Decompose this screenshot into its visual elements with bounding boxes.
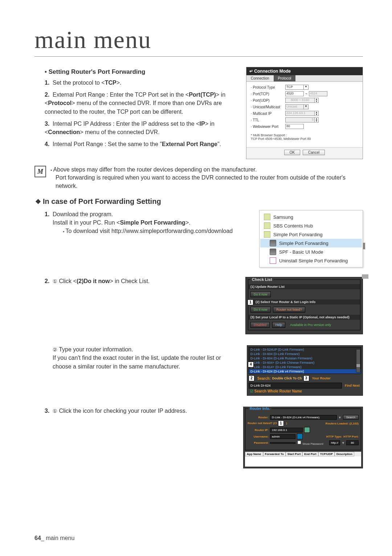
port-tcp-input2: 4524 [309,91,327,96]
cl-pro-note: Available in Pro version only [290,323,331,327]
table-header: App Name [245,452,263,456]
check-ip-icon[interactable] [304,427,310,433]
note-text: Above steps may differ from the router d… [50,166,363,190]
cancel-button[interactable]: Cancel [303,150,325,155]
router-ip-input[interactable]: 192.168.0.1 [270,428,303,432]
double-click-hint: Double Click To Ch [272,376,302,380]
label-ttl: TTL [251,118,285,122]
note-icon: M [34,166,46,177]
cl-do-it-now-2[interactable]: Do it now [250,307,271,313]
checkbox-icon[interactable]: ☑ [250,389,253,393]
user-icon[interactable] [297,434,303,439]
page-title: main menu [34,25,363,57]
router-not-listed-link[interactable]: Router not listed? (Cl [248,422,277,425]
section1-item: 1.Set the protocol to <TCP>. [45,78,239,87]
search-button[interactable]: Search [343,415,359,420]
http-port-label: HTTP Port: [343,435,359,438]
router-search-input[interactable]: D-Link DI-624 [249,383,342,388]
start-menu-item-label: Simple Port Forwarding [279,241,328,246]
section1-heading: Setting Router's Port Forwarding [45,68,239,76]
titlebar-fragment [362,274,368,279]
router-list-item[interactable]: D-Link - DI-604 (D-Link Firmware) [249,352,361,356]
start-menu-item-label: Uninstall Simple Port Forwarding [279,258,348,263]
cl-router-not-listed[interactable]: Router not listed? [273,307,305,313]
marker-4: 4 [248,362,254,367]
router-list-item[interactable]: D-Link - DI-614+ (D-Link Firmware) [249,365,361,369]
check-list-title: Check List [250,277,274,282]
section2-heading: In case of Port Forwarding Setting [35,197,363,206]
dropdown-icon[interactable]: ▼ [304,85,309,90]
router-info-title: Router Info. [248,407,271,411]
ok-button[interactable]: OK [284,150,300,155]
router-ip-label: Router IP: [248,428,269,432]
start-menu-item-label: Simple Port Forwarding [273,232,323,237]
cl-step1-title: (1) Update Router List [248,284,360,289]
cl-disabled[interactable]: Disabled [250,322,270,328]
connection-mode-title: Connection Mode [254,69,291,74]
tab-connection[interactable]: Connection [246,75,274,81]
check-list-panel: Check List (1) Update Router List Do it … [245,277,363,334]
ttl-input: 5 [285,117,315,122]
spinner-icon: ▲▼ [315,117,319,122]
marker-3: 3 [303,375,309,381]
router-list[interactable]: D-Link - DI-524UP (D-Link Firmware)D-Lin… [249,347,361,374]
router-label: Router: [248,416,269,419]
step3: 3.① Click the icon for checking your rou… [45,407,236,415]
http-port-input[interactable]: 80 [346,440,359,445]
start-menu-item[interactable]: SBS Contents Hub [260,221,362,230]
scrollbar[interactable] [356,349,360,372]
port-tcp-input[interactable]: 4520 [285,91,304,96]
label-port-tcp: Port(TCP) [251,92,285,96]
start-menu-item[interactable]: SPF - Basic UI Mode [260,247,362,256]
connection-mode-panel: ↵ Connection Mode Connection Protocol Pr… [246,67,363,159]
cl-step3-title: (3) Set your Local IP to a Static IP (Op… [248,315,360,320]
start-menu-item[interactable]: Samsung [260,213,362,221]
show-password-checkbox[interactable] [298,441,301,444]
label-protocol-type: Protocol Type [251,85,285,89]
start-menu: SamsungSBS Contents HubSimple Port Forwa… [259,210,363,267]
multicast-ip-input: 224.126.63.1 [285,111,315,116]
your-router-label: Your Router [312,376,331,380]
protocol-type-select[interactable]: TCP [285,85,304,90]
marker-1: 1 [248,299,253,305]
start-menu-item[interactable]: Simple Port Forwarding [260,230,362,239]
back-icon[interactable]: ↵ [249,69,253,74]
cl-help[interactable]: Help [272,322,286,328]
label-webviewer: Webviewer Port [251,125,285,129]
search-whole-label: Search Whole Router Name [254,389,302,393]
start-menu-item-label: SPF - Basic UI Mode [279,249,323,255]
marker-2: 2 [249,375,254,381]
tab-protocol[interactable]: Protocol [274,75,296,81]
start-menu-item[interactable]: Uninstall Simple Port Forwarding [260,256,362,265]
forwarding-table: App NameForwarded ToStart PortEnd PortTC… [245,452,361,467]
cl-do-it-now-1[interactable]: Do it now [250,291,271,297]
router-list-item[interactable]: D-Link - DI-604 (D-Link Russian Firmware… [249,356,361,360]
router-list-item[interactable]: D-Link - DI-524UP (D-Link Firmware) [249,347,361,352]
router-select[interactable]: D-Link - DI-624 (D-Link v4 Firmware) [270,415,337,420]
multi-browser-note: * Multi Browser Support : TCP Port 4505~… [246,132,363,147]
search-label: Search: [257,376,271,380]
password-input[interactable] [270,442,295,444]
http-type-select[interactable]: http:// [329,440,340,445]
table-header: Description [335,452,354,456]
find-next-button[interactable]: Find Next [343,383,361,388]
label-multicast-ip: Multicast IP [251,112,285,116]
app-icon [270,240,276,246]
start-menu-item[interactable]: Simple Port Forwarding [260,239,362,247]
spinner-icon[interactable]: ▲▼ [315,98,319,103]
scrollbar-thumb[interactable] [363,243,365,249]
password-label: Password: [248,441,269,444]
uninstall-icon [270,257,276,264]
cl-step2-title: (2) Select Your Router & Set Login Info [256,300,315,304]
router-list-item[interactable]: D-Link - DI-624 (D-Link v4 Firmware) [249,369,361,374]
username-label: Username: [248,435,269,438]
router-list-item[interactable]: D-Link - DI-604+ (D-Link Chinese Firmwar… [249,360,361,365]
folder-icon [264,214,270,220]
webviewer-port-input[interactable]: 80 [285,124,304,129]
page-footer: 64_ main menu [34,535,74,541]
unicast-select: Unicast [285,104,304,109]
http-type-label: HTTP Type: [326,435,342,438]
start-menu-item-label: SBS Contents Hub [273,223,313,229]
username-input[interactable]: admin [270,434,295,439]
router-select-panel: D-Link - DI-524UP (D-Link Firmware)D-Lin… [247,345,363,396]
